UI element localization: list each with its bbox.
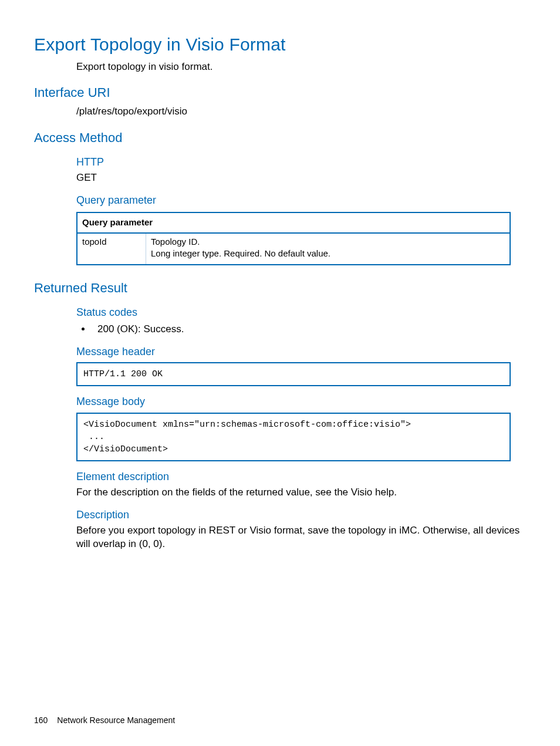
message-body-heading: Message body: [76, 394, 526, 409]
param-desc-line1: Topology ID.: [151, 237, 200, 247]
interface-uri-heading: Interface URI: [34, 84, 526, 102]
message-header-heading: Message header: [76, 345, 526, 359]
param-desc-line2: Long integer type. Required. No default …: [151, 248, 330, 258]
query-parameter-table: Query parameter topoId Topology ID. Long…: [76, 212, 511, 265]
element-description-text: For the description on the fields of the…: [76, 486, 526, 499]
query-parameter-heading: Query parameter: [76, 193, 526, 207]
access-method-heading: Access Method: [34, 129, 526, 147]
table-header: Query parameter: [77, 212, 510, 232]
description-heading: Description: [76, 508, 526, 522]
interface-uri-value: /plat/res/topo/export/visio: [76, 105, 526, 119]
intro-text: Export topology in visio format.: [76, 60, 526, 74]
param-name: topoId: [77, 233, 146, 265]
page-number: 160: [34, 715, 48, 725]
status-codes-list: 200 (OK): Success.: [76, 323, 526, 336]
param-description: Topology ID. Long integer type. Required…: [146, 233, 511, 265]
status-codes-heading: Status codes: [76, 305, 526, 319]
message-body-code: <VisioDocument xmlns="urn:schemas-micros…: [76, 413, 511, 461]
page-title: Export Topology in Visio Format: [34, 33, 526, 57]
description-text: Before you export topology in REST or Vi…: [76, 524, 526, 551]
http-value: GET: [76, 171, 526, 185]
footer-section: Network Resource Management: [57, 715, 175, 725]
status-code-item: 200 (OK): Success.: [92, 323, 526, 336]
document-page: Export Topology in Visio Format Export t…: [0, 0, 560, 746]
message-header-code: HTTP/1.1 200 OK: [76, 362, 511, 386]
table-row: topoId Topology ID. Long integer type. R…: [77, 233, 510, 265]
page-footer: 160Network Resource Management: [34, 715, 175, 726]
element-description-heading: Element description: [76, 470, 526, 484]
returned-result-heading: Returned Result: [34, 279, 526, 297]
http-heading: HTTP: [76, 155, 526, 169]
